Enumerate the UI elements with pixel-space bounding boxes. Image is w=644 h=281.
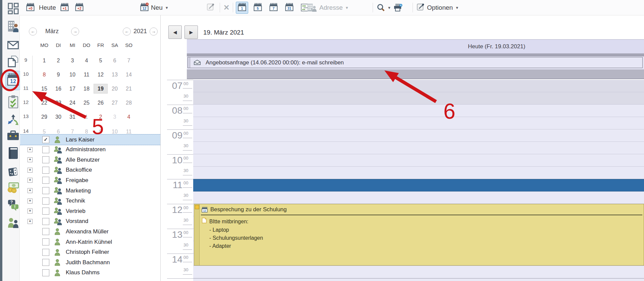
view-workweek-button[interactable]: 5: [252, 2, 264, 14]
neu-button-label[interactable]: Neu: [151, 4, 163, 11]
minical-day[interactable]: 5: [94, 56, 107, 65]
minical-day[interactable]: 26: [94, 98, 107, 107]
minical-day[interactable]: 22: [38, 98, 51, 107]
minical-day[interactable]: 15: [38, 84, 51, 93]
prev-day-button[interactable]: ◀: [168, 25, 182, 39]
print-settings-icon[interactable]: [393, 3, 402, 12]
minical-day[interactable]: 11: [80, 70, 93, 79]
minical-day[interactable]: 13: [108, 70, 121, 79]
list-item-group[interactable]: +Technik: [20, 196, 160, 206]
list-item-group[interactable]: +Vertrieb: [20, 206, 160, 216]
minical-day[interactable]: 8: [80, 127, 93, 133]
documents-icon[interactable]: [6, 55, 20, 67]
list-item-user[interactable]: Alexandra Müller: [20, 226, 160, 237]
minical-day[interactable]: 24: [66, 98, 79, 107]
support-icon[interactable]: ?!: [6, 199, 20, 211]
search-icon[interactable]: [377, 3, 385, 12]
minical-day-today[interactable]: 19: [94, 84, 107, 93]
checkbox[interactable]: [42, 238, 49, 245]
checkbox[interactable]: [42, 156, 49, 163]
checkbox[interactable]: [42, 259, 49, 266]
minical-day[interactable]: 20: [108, 84, 121, 93]
optionen-dropdown-caret[interactable]: ▼: [455, 6, 459, 10]
view-week-button[interactable]: 7: [267, 2, 280, 14]
appointment-event[interactable]: 12 Besprechung zu der Schulung BItte mit…: [194, 204, 644, 266]
minical-day[interactable]: 5: [38, 127, 51, 133]
optionen-button-label[interactable]: Optionen: [427, 4, 453, 11]
minical-day[interactable]: 8: [38, 70, 51, 79]
checkbox[interactable]: [42, 218, 49, 225]
list-item-user[interactable]: Ann-Katrin Kühnel: [20, 237, 160, 247]
day-column-header[interactable]: Heute (Fr. 19.03.2021): [187, 39, 644, 54]
minical-day[interactable]: 16: [52, 84, 65, 93]
minical-day[interactable]: 6: [108, 56, 121, 65]
list-item-user[interactable]: ✓Lars Kaiser: [20, 134, 160, 145]
minical-day[interactable]: 18: [80, 84, 93, 93]
minical-day[interactable]: 7: [66, 127, 79, 133]
minical-day[interactable]: 11: [122, 127, 136, 133]
prev-month-button[interactable]: ←: [29, 27, 37, 36]
adresse-dropdown-caret[interactable]: ▼: [345, 6, 349, 10]
tasks-icon[interactable]: [6, 95, 20, 109]
checkbox[interactable]: [42, 167, 49, 174]
next-month-button[interactable]: →: [71, 27, 79, 36]
list-item-group[interactable]: +Administratoren: [20, 145, 160, 155]
time-slot[interactable]: [193, 117, 644, 129]
minical-day[interactable]: 25: [80, 98, 93, 107]
minical-day[interactable]: 1: [80, 112, 93, 121]
time-slot[interactable]: [193, 142, 644, 154]
expand-icon[interactable]: +: [28, 199, 33, 204]
expand-icon[interactable]: +: [28, 147, 33, 152]
minical-day[interactable]: 29: [38, 112, 51, 121]
allday-event[interactable]: Angebotsanfrage (14.06.2020 00:00): e-ma…: [187, 57, 643, 68]
dashboard-icon[interactable]: [6, 3, 20, 14]
minical-day[interactable]: 10: [108, 127, 121, 133]
minical-day[interactable]: 21: [122, 84, 136, 93]
minical-day[interactable]: 1: [38, 56, 51, 65]
list-item-group[interactable]: +Marketing: [20, 185, 160, 196]
list-item-user[interactable]: Judith Bachmann: [20, 257, 160, 268]
goto-plus1-button[interactable]: +1: [58, 2, 71, 14]
minical-day[interactable]: 28: [122, 98, 136, 107]
list-item-user[interactable]: Klaus Dahms: [20, 268, 160, 278]
book-icon[interactable]: [6, 147, 20, 159]
list-item-group[interactable]: +Freigabe: [20, 175, 160, 185]
minical-day[interactable]: 9: [94, 127, 107, 133]
list-item-user[interactable]: Christoph Fellner: [20, 247, 160, 258]
time-slot[interactable]: [193, 154, 644, 167]
time-slot[interactable]: [193, 167, 644, 179]
expand-icon[interactable]: +: [28, 209, 33, 214]
mail-icon[interactable]: [6, 41, 20, 49]
minical-day[interactable]: 2: [52, 56, 65, 65]
projects-icon[interactable]: [6, 166, 20, 178]
selected-time-slot[interactable]: [193, 179, 644, 191]
minical-day[interactable]: 27: [108, 98, 121, 107]
minical-day[interactable]: 30: [52, 112, 65, 121]
expand-icon[interactable]: +: [28, 168, 33, 173]
next-year-button[interactable]: →: [150, 27, 158, 36]
minical-day[interactable]: 2: [94, 112, 107, 121]
minical-day[interactable]: 4: [122, 112, 136, 121]
delete-icon[interactable]: ✕: [223, 4, 229, 11]
expand-icon[interactable]: +: [28, 188, 33, 193]
checkbox[interactable]: [42, 269, 49, 276]
time-slot[interactable]: [193, 191, 644, 204]
checkbox[interactable]: [42, 146, 49, 153]
minical-day[interactable]: 31: [66, 112, 79, 121]
minical-day[interactable]: 14: [122, 70, 136, 79]
checkbox[interactable]: [42, 177, 49, 184]
list-item-group[interactable]: +Backoffice: [20, 165, 160, 175]
goto-today-button[interactable]: +0: [24, 2, 37, 14]
view-day-button[interactable]: 1: [236, 2, 248, 14]
allday-area[interactable]: Angebotsanfrage (14.06.2020 00:00): e-ma…: [187, 56, 644, 69]
minical-day[interactable]: 9: [52, 70, 65, 79]
checkbox[interactable]: [42, 208, 49, 215]
expand-icon[interactable]: +: [28, 157, 33, 162]
list-item-group[interactable]: +Alle Benutzer: [20, 155, 160, 165]
minical-day[interactable]: 7: [122, 56, 136, 65]
checkbox[interactable]: [42, 228, 49, 235]
minical-day[interactable]: 4: [80, 56, 93, 65]
search-dropdown-caret[interactable]: ▼: [387, 6, 391, 10]
checkbox[interactable]: [42, 198, 49, 205]
minical-day[interactable]: 10: [66, 70, 79, 79]
